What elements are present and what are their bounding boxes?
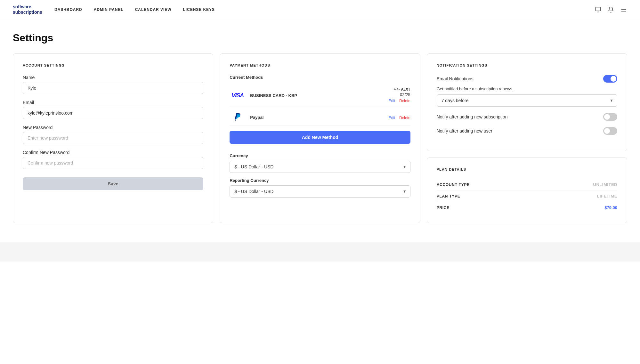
email-label: Email [23,100,203,105]
visa-name: BUSINESS CARD - KBP [250,93,389,98]
renew-select[interactable]: 7 days before 1 day before 3 days before… [437,94,617,107]
currency-label: Currency [230,153,410,158]
plan-details-title: PLAN DETAILS [437,167,617,171]
nav-links: DASHBOARD ADMIN PANEL CALENDAR VIEW LICE… [54,7,595,12]
nav-dashboard[interactable]: DASHBOARD [54,7,82,12]
email-group: Email [23,100,203,119]
account-settings-card: ACCOUNT SETTINGS Name Email New Password… [13,53,213,223]
currency-section: Currency $ - US Dollar - USD ▼ Reporting… [230,153,410,198]
payment-methods-card: PAYMENT METHODS Current Methods VISA BUS… [220,53,420,223]
paypal-edit-link[interactable]: Edit [389,116,395,120]
visa-icon: VISA [230,90,246,101]
currency-select-wrapper: $ - US Dollar - USD ▼ [230,161,410,173]
notify-new-subscription-label: Notify after adding new subscription [437,114,508,119]
page-content: Settings ACCOUNT SETTINGS Name Email New… [0,19,640,242]
plan-type-key: PLAN TYPE [437,194,460,198]
account-settings-title: ACCOUNT SETTINGS [23,63,203,67]
name-label: Name [23,75,203,80]
nav-right [595,6,627,13]
current-methods-label: Current Methods [230,75,410,80]
reporting-currency-select-wrapper: $ - US Dollar - USD ▼ [230,185,410,198]
email-notifications-toggle[interactable] [603,75,617,83]
visa-edit-link[interactable]: Edit [389,99,395,103]
price-value: $79.00 [604,205,617,210]
new-password-label: New Password [23,125,203,130]
name-group: Name [23,75,203,94]
reporting-currency-label: Reporting Currency [230,178,410,183]
brand-logo[interactable]: software. subscriptions [13,4,38,15]
confirm-password-label: Confirm New Password [23,150,203,155]
email-notifications-label: Email Notifications [437,76,474,81]
payment-methods-title: PAYMENT METHODS [230,63,410,67]
new-password-group: New Password [23,125,203,144]
plan-row-plan-type: PLAN TYPE LIFETIME [437,190,617,202]
notify-new-user-row: Notify after adding new user [437,127,617,135]
plan-details-card: PLAN DETAILS ACCOUNT TYPE UNLIMITED PLAN… [427,158,627,223]
plan-type-value: LIFETIME [597,194,617,198]
paypal-icon [230,112,246,122]
nav-license-keys[interactable]: LICENSE KEYS [183,7,215,12]
confirm-password-group: Confirm New Password [23,150,203,169]
plan-row-account-type: ACCOUNT TYPE UNLIMITED [437,179,617,190]
paypal-name: Paypal [250,115,389,120]
user-icon[interactable] [595,6,602,13]
notify-new-user-toggle[interactable] [603,127,617,135]
new-password-input[interactable] [23,132,203,144]
svg-rect-0 [596,7,601,11]
footer-bar [0,242,640,262]
notification-settings-title: NOTIFICATION SETTINGS [437,63,617,67]
nav-admin-panel[interactable]: ADMIN PANEL [94,7,124,12]
price-key: PRICE [437,206,450,210]
add-method-button[interactable]: Add New Method [230,131,410,144]
page-title: Settings [13,32,627,44]
account-type-value: UNLIMITED [593,182,617,187]
reporting-currency-select[interactable]: $ - US Dollar - USD [230,185,410,198]
notify-new-user-label: Notify after adding new user [437,128,492,133]
confirm-password-input[interactable] [23,157,203,169]
save-button[interactable]: Save [23,177,203,190]
cards-grid: ACCOUNT SETTINGS Name Email New Password… [13,53,627,223]
notify-new-subscription-toggle[interactable] [603,113,617,121]
menu-icon[interactable] [620,6,627,13]
visa-delete-link[interactable]: Delete [399,99,410,103]
payment-item-visa: VISA BUSINESS CARD - KBP **** 6451 02/25… [230,84,410,107]
renew-label: Get notified before a subscription renew… [437,86,617,91]
account-type-key: ACCOUNT TYPE [437,182,470,187]
email-input[interactable] [23,107,203,119]
bell-icon[interactable] [607,6,614,13]
name-input[interactable] [23,82,203,94]
currency-select[interactable]: $ - US Dollar - USD [230,161,410,173]
plan-row-price: PRICE $79.00 [437,202,617,213]
payment-item-paypal: Paypal Edit Delete [230,109,410,126]
visa-number: **** 6451 02/25 [389,87,410,97]
renew-select-wrapper: 7 days before 1 day before 3 days before… [437,94,617,107]
nav-calendar-view[interactable]: CALENDAR VIEW [135,7,172,12]
paypal-delete-link[interactable]: Delete [399,116,410,120]
email-notifications-row: Email Notifications [437,75,617,83]
navbar: software. subscriptions DASHBOARD ADMIN … [0,0,640,19]
right-column: NOTIFICATION SETTINGS Email Notification… [427,53,627,223]
notify-new-subscription-row: Notify after adding new subscription [437,113,617,121]
notification-settings-card: NOTIFICATION SETTINGS Email Notification… [427,53,627,151]
